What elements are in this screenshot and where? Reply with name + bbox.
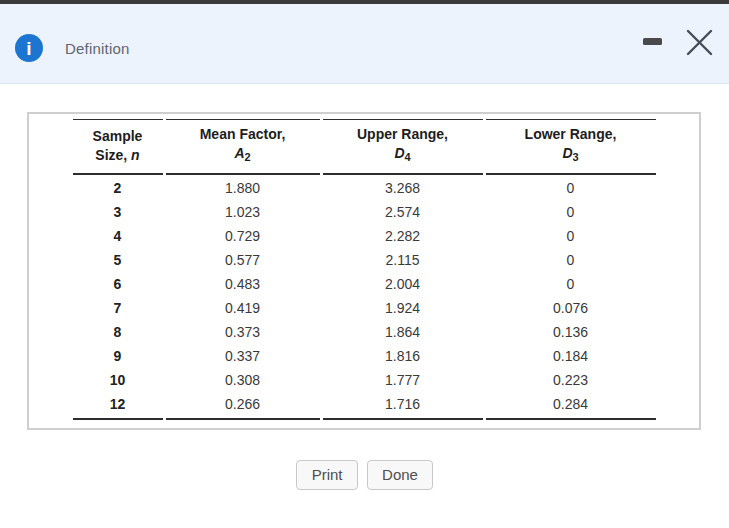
table-cell: 1.716 — [323, 393, 483, 421]
table-cell: 2.282 — [323, 225, 483, 249]
table-cell: 0.223 — [486, 369, 656, 393]
table-cell: 0.136 — [486, 321, 656, 345]
table-cell: 0.184 — [486, 345, 656, 369]
table-cell: 0.483 — [166, 273, 320, 297]
table-cell: 0 — [486, 249, 656, 273]
table-row: 60.4832.0040 — [73, 273, 656, 297]
table-cell: 2.115 — [323, 249, 483, 273]
table-cell: 3 — [73, 201, 163, 225]
table-cell: 1.816 — [323, 345, 483, 369]
table-cell: 10 — [73, 369, 163, 393]
column-header: SampleSize, n — [73, 119, 163, 175]
table-header-row: SampleSize, nMean Factor,A2Upper Range,D… — [73, 119, 656, 175]
definition-dialog: i Definition SampleSize, nMean Factor,A2… — [0, 0, 729, 490]
done-button[interactable]: Done — [367, 460, 433, 490]
table-cell: 0.337 — [166, 345, 320, 369]
table-cell: 5 — [73, 249, 163, 273]
table-row: 50.5772.1150 — [73, 249, 656, 273]
minimize-icon — [643, 38, 662, 45]
column-header: Lower Range,D3 — [486, 119, 656, 175]
table-cell: 7 — [73, 297, 163, 321]
table-row: 70.4191.9240.076 — [73, 297, 656, 321]
table-cell: 0.308 — [166, 369, 320, 393]
table-cell: 1.777 — [323, 369, 483, 393]
close-button[interactable] — [683, 26, 716, 59]
table-cell: 0 — [486, 201, 656, 225]
table-cell: 1.924 — [323, 297, 483, 321]
table-row: 100.3081.7770.223 — [73, 369, 656, 393]
table-cell: 2.574 — [323, 201, 483, 225]
table-cell: 4 — [73, 225, 163, 249]
table-cell: 0.076 — [486, 297, 656, 321]
column-header: Mean Factor,A2 — [166, 119, 320, 175]
table-cell: 0 — [486, 175, 656, 201]
control-chart-factors-table: SampleSize, nMean Factor,A2Upper Range,D… — [70, 119, 659, 420]
table-cell: 1.880 — [166, 175, 320, 201]
table-cell: 12 — [73, 393, 163, 421]
table-cell: 2.004 — [323, 273, 483, 297]
info-icon: i — [15, 34, 43, 62]
table-cell: 8 — [73, 321, 163, 345]
table-cell: 0.373 — [166, 321, 320, 345]
table-row: 40.7292.2820 — [73, 225, 656, 249]
table-row: 21.8803.2680 — [73, 175, 656, 201]
table-row: 80.3731.8640.136 — [73, 321, 656, 345]
table-cell: 0 — [486, 273, 656, 297]
print-button[interactable]: Print — [296, 460, 358, 490]
column-header: Upper Range,D4 — [323, 119, 483, 175]
table-panel: SampleSize, nMean Factor,A2Upper Range,D… — [27, 112, 701, 430]
close-icon — [683, 26, 716, 59]
table-cell: 0.577 — [166, 249, 320, 273]
dialog-button-row: Print Done — [0, 460, 729, 490]
table-cell: 9 — [73, 345, 163, 369]
dialog-title: Definition — [65, 40, 130, 57]
table-row: 120.2661.7160.284 — [73, 393, 656, 421]
table-cell: 0.729 — [166, 225, 320, 249]
table-cell: 2 — [73, 175, 163, 201]
table-cell: 6 — [73, 273, 163, 297]
table-cell: 3.268 — [323, 175, 483, 201]
table-cell: 0.419 — [166, 297, 320, 321]
table-cell: 0.266 — [166, 393, 320, 421]
minimize-button[interactable] — [637, 30, 667, 52]
table-cell: 1.864 — [323, 321, 483, 345]
table-cell: 1.023 — [166, 201, 320, 225]
table-cell: 0 — [486, 225, 656, 249]
dialog-header: i Definition — [0, 4, 729, 84]
table-row: 90.3371.8160.184 — [73, 345, 656, 369]
table-cell: 0.284 — [486, 393, 656, 421]
table-row: 31.0232.5740 — [73, 201, 656, 225]
